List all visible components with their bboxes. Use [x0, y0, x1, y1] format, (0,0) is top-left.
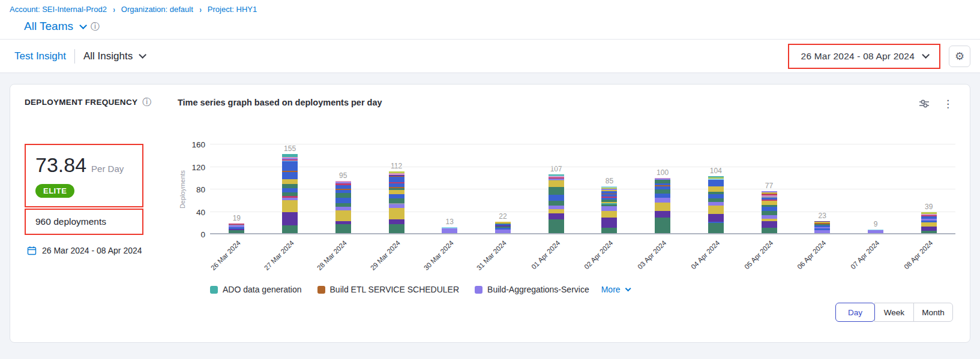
stacked-bar[interactable] — [762, 191, 777, 234]
bar-segment[interactable] — [282, 188, 298, 192]
bar-segment[interactable] — [762, 211, 777, 216]
granularity-week-button[interactable]: Week — [874, 303, 914, 322]
bar-column[interactable]: 11229 Mar 2024 — [370, 144, 423, 234]
stacked-bar[interactable] — [655, 178, 670, 234]
bar-column[interactable]: 15527 Mar 2024 — [263, 144, 317, 234]
stacked-bar[interactable] — [601, 186, 617, 234]
settings-button[interactable]: ⚙ — [949, 46, 970, 67]
bar-segment[interactable] — [549, 213, 564, 219]
stacked-bar[interactable] — [814, 221, 830, 234]
granularity-month-button[interactable]: Month — [913, 303, 953, 322]
bar-segment[interactable] — [708, 214, 724, 222]
teams-selector-label[interactable]: All Teams — [24, 20, 73, 33]
bar-segment[interactable] — [389, 198, 404, 203]
bar-segment[interactable] — [282, 212, 298, 225]
info-icon[interactable]: ⓘ — [142, 98, 151, 107]
bar-column[interactable]: 2306 Apr 2024 — [796, 144, 849, 234]
bar-segment[interactable] — [549, 201, 564, 206]
bar-column[interactable]: 9528 Mar 2024 — [316, 144, 370, 234]
bar-total-label: 155 — [284, 144, 296, 153]
bar-column[interactable]: 1330 Mar 2024 — [423, 144, 476, 234]
bar-segment[interactable] — [655, 194, 670, 198]
stacked-bar[interactable] — [549, 174, 564, 234]
main-content: DEPLOYMENT FREQUENCY ⓘ 73.84 Per Day ELI… — [0, 73, 980, 343]
breadcrumb-project[interactable]: Project: HHY1 — [208, 5, 257, 14]
bar-segment[interactable] — [549, 195, 564, 200]
bar-total-label: 13 — [446, 218, 454, 226]
bar-column[interactable]: 10003 Apr 2024 — [636, 144, 690, 234]
bar-segment[interactable] — [549, 180, 564, 187]
bar-segment[interactable] — [601, 218, 617, 228]
insight-name-link[interactable]: Test Insight — [14, 50, 66, 62]
bar-column[interactable]: 3908 Apr 2024 — [902, 144, 955, 234]
legend-item[interactable]: Build-Aggregations-Service — [475, 285, 589, 294]
bar-segment[interactable] — [655, 211, 670, 218]
stacked-bar[interactable] — [708, 176, 724, 235]
bar-segment[interactable] — [335, 198, 351, 203]
stacked-bar[interactable] — [921, 212, 937, 234]
bar-total-label: 100 — [657, 168, 669, 177]
legend-item[interactable]: ADO data generation — [210, 285, 302, 294]
bar-column[interactable]: 8502 Apr 2024 — [583, 144, 636, 234]
bar-segment[interactable] — [655, 203, 670, 211]
bar-segment[interactable] — [655, 198, 670, 203]
bar-segment[interactable] — [282, 179, 298, 184]
bar-segment[interactable] — [282, 200, 298, 212]
teams-selector[interactable]: All Teams ⓘ — [10, 14, 970, 35]
stacked-bar[interactable] — [282, 154, 298, 234]
granularity-day-button[interactable]: Day — [835, 303, 875, 322]
legend-swatch-icon — [475, 286, 482, 294]
bar-segment[interactable] — [282, 161, 298, 171]
breadcrumb-organization[interactable]: Organization: default — [121, 5, 193, 14]
bar-column[interactable]: 10701 Apr 2024 — [529, 144, 583, 234]
y-tick-label: 40 — [196, 208, 205, 217]
bar-segment[interactable] — [282, 184, 298, 188]
bar-segment[interactable] — [389, 208, 404, 219]
all-insights-label: All Insights — [83, 50, 133, 62]
bar-segment[interactable] — [762, 201, 777, 206]
bar-segment[interactable] — [389, 177, 404, 182]
bar-column[interactable]: 1926 Mar 2024 — [210, 144, 263, 234]
bar-total-label: 39 — [925, 203, 933, 211]
bar-segment[interactable] — [549, 187, 564, 195]
all-insights-dropdown[interactable]: All Insights — [83, 50, 144, 62]
kebab-menu-icon[interactable]: ⋮ — [943, 99, 953, 109]
stacked-bar[interactable] — [389, 171, 404, 234]
bar-column[interactable]: 10404 Apr 2024 — [689, 144, 742, 234]
breadcrumb-separator-icon: › — [113, 4, 115, 14]
bar-segment[interactable] — [655, 218, 670, 234]
y-tick-label: 80 — [196, 185, 205, 194]
widget-date-range: 26 Mar 2024 - 08 Apr 2024 — [25, 246, 178, 255]
bar-segment[interactable] — [549, 219, 564, 234]
date-range-selector[interactable]: 26 Mar 2024 - 08 Apr 2024 — [789, 45, 939, 68]
bar-total-label: 9 — [874, 220, 878, 228]
bar-segment[interactable] — [708, 180, 724, 186]
bar-segment[interactable] — [335, 193, 351, 198]
legend-item[interactable]: Build ETL SERVICE SCHEDULER — [317, 285, 460, 294]
date-range-label: 26 Mar 2024 - 08 Apr 2024 — [801, 51, 915, 62]
bar-segment[interactable] — [921, 227, 937, 231]
bar-column[interactable]: 907 Apr 2024 — [849, 144, 903, 234]
bar-segment[interactable] — [335, 210, 351, 221]
bar-segment[interactable] — [389, 219, 404, 224]
bar-total-label: 22 — [499, 212, 507, 221]
bar-segment[interactable] — [601, 206, 617, 211]
bar-segment[interactable] — [708, 206, 724, 214]
chevron-down-icon[interactable] — [79, 22, 87, 29]
gridline — [210, 189, 955, 189]
stacked-bar[interactable] — [495, 222, 511, 234]
bar-segment[interactable] — [762, 221, 777, 228]
info-icon[interactable]: ⓘ — [91, 22, 100, 31]
bar-column[interactable]: 2231 Mar 2024 — [476, 144, 530, 234]
legend-more-link[interactable]: More — [601, 285, 629, 294]
breadcrumb-account[interactable]: Account: SEI-Internal-Prod2 — [10, 5, 107, 14]
stacked-bar[interactable] — [335, 181, 351, 234]
bar-segment[interactable] — [549, 209, 564, 214]
bar-segment[interactable] — [601, 211, 617, 218]
bar-segment[interactable] — [708, 186, 724, 191]
bar-segment[interactable] — [389, 194, 404, 199]
bar-segment[interactable] — [282, 172, 298, 179]
filter-sliders-icon[interactable] — [918, 98, 931, 110]
bar-column[interactable]: 7705 Apr 2024 — [742, 144, 796, 234]
legend-swatch-icon — [317, 286, 325, 294]
